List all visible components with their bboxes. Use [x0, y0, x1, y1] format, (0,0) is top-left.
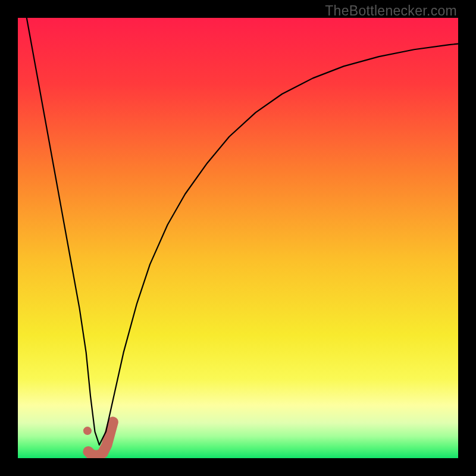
chart-svg [18, 18, 458, 458]
watermark-text: TheBottleneсker.com [325, 3, 457, 19]
gradient-background [18, 18, 458, 458]
optimal-region-dot [83, 427, 92, 435]
chart-frame: TheBottleneсker.com [0, 0, 476, 476]
chart-plot-area [18, 18, 458, 458]
